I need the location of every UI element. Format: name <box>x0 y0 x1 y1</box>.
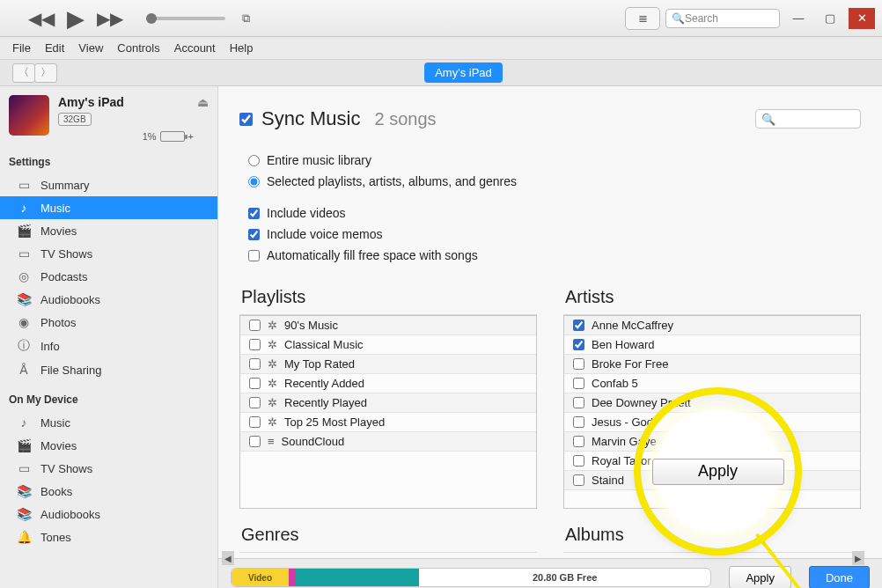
ondevice-item-movies[interactable]: 🎬Movies <box>0 434 217 457</box>
storage-bar: Video 20.80 GB Free <box>231 568 711 587</box>
miniplayer-icon[interactable]: ⧉ <box>232 6 259 31</box>
artist-checkbox[interactable] <box>573 474 584 486</box>
gear-icon: ✲ <box>268 415 277 429</box>
opt-entire-library[interactable]: Entire music library <box>248 150 852 171</box>
playlist-checkbox[interactable] <box>249 358 261 370</box>
menu-help[interactable]: Help <box>230 41 254 55</box>
playlist-row[interactable]: ✲Top 25 Most Played <box>240 413 536 432</box>
playlist-checkbox[interactable] <box>249 397 261 408</box>
playlist-checkbox[interactable] <box>249 320 261 331</box>
sidebar-item-music[interactable]: ♪Music <box>0 196 217 219</box>
sidebar-item-label: TV Shows <box>40 247 92 261</box>
sidebar-item-summary[interactable]: ▭Summary <box>0 173 217 196</box>
sidebar-item-label: Movies <box>40 224 77 238</box>
playlist-checkbox[interactable] <box>249 378 261 389</box>
playlist-checkbox[interactable] <box>249 436 261 447</box>
sidebar-item-label: Music <box>40 202 70 215</box>
eject-icon[interactable]: ⏏ <box>197 95 209 109</box>
scroll-left-icon[interactable]: ◀ <box>222 551 234 565</box>
list-view-button[interactable]: ≣ <box>625 7 660 30</box>
sidebar-item-movies[interactable]: 🎬Movies <box>0 219 217 242</box>
artist-checkbox[interactable] <box>573 339 584 350</box>
prev-icon[interactable]: ◀◀ <box>28 10 55 27</box>
sidebar-item-podcasts[interactable]: ◎Podcasts <box>0 265 217 288</box>
callout-circle: Apply <box>641 394 795 548</box>
scroll-right-icon[interactable]: ▶ <box>852 551 864 565</box>
done-button[interactable]: Done <box>809 566 870 588</box>
menu-file[interactable]: File <box>12 41 31 55</box>
artists-header: Artists <box>563 282 861 315</box>
sidebar-item-photos[interactable]: ◉Photos <box>0 311 217 334</box>
ondevice-item-audiobooks[interactable]: 📚Audiobooks <box>0 503 217 526</box>
ondevice-item-books[interactable]: 📚Books <box>0 480 217 503</box>
artist-checkbox[interactable] <box>573 416 584 428</box>
footer-bar: Video 20.80 GB Free Apply Done <box>218 558 882 588</box>
sidebar-item-label: Movies <box>40 439 77 452</box>
opt-selected[interactable]: Selected playlists, artists, albums, and… <box>248 171 852 192</box>
gear-icon: ✲ <box>268 319 277 332</box>
sync-music-checkbox[interactable] <box>239 113 253 126</box>
playlist-label: Top 25 Most Played <box>284 415 385 429</box>
sidebar-item-label: File Sharing <box>40 364 101 377</box>
sidebar-icon: ⓘ <box>16 338 32 354</box>
playlists-list[interactable]: ✲90's Music✲Classical Music✲My Top Rated… <box>239 315 537 509</box>
playlist-row[interactable]: ✲Classical Music <box>240 335 536 355</box>
autofill-checkbox[interactable]: Automatically fill free space with songs <box>248 245 852 266</box>
include-memos-checkbox[interactable]: Include voice memos <box>248 224 852 245</box>
artist-row[interactable]: Confab 5 <box>564 374 860 393</box>
battery-percent: 1% <box>143 131 157 142</box>
artist-label: Staind <box>592 474 624 487</box>
sidebar-icon: 📚 <box>16 292 32 306</box>
artist-checkbox[interactable] <box>573 455 584 467</box>
playlist-checkbox[interactable] <box>249 339 261 350</box>
ondevice-item-tones[interactable]: 🔔Tones <box>0 526 217 548</box>
playlist-label: SoundCloud <box>282 435 345 448</box>
player-bar: ◀◀ ▶ ▶▶ ⧉ ≣ 🔍 Search — ▢ ✕ <box>0 0 882 37</box>
device-pill[interactable]: Amy's iPad <box>424 62 503 83</box>
ondevice-item-tv-shows[interactable]: ▭TV Shows <box>0 457 217 480</box>
artist-checkbox[interactable] <box>573 397 584 408</box>
sidebar-icon: ◎ <box>16 269 32 283</box>
settings-header: Settings <box>0 152 217 173</box>
maximize-button[interactable]: ▢ <box>817 8 843 29</box>
artist-checkbox[interactable] <box>573 378 584 389</box>
device-header: Amy's iPad 32GB 1% + ⏏ <box>0 86 217 152</box>
storage-apps-segment <box>296 569 419 586</box>
sidebar-icon: ♪ <box>16 201 32 215</box>
playlist-row[interactable]: ≡SoundCloud <box>240 432 536 452</box>
artist-row[interactable]: Anne McCaffrey <box>564 316 860 335</box>
back-button[interactable]: 〈 <box>12 63 35 83</box>
close-button[interactable]: ✕ <box>849 8 875 29</box>
menu-controls[interactable]: Controls <box>117 41 159 55</box>
location-bar: 〈 〉 Amy's iPad <box>0 60 882 86</box>
play-icon[interactable]: ▶ <box>67 7 85 30</box>
search-input[interactable]: 🔍 Search <box>665 9 780 28</box>
artist-row[interactable]: Broke For Free <box>564 355 860 374</box>
sidebar-item-audiobooks[interactable]: 📚Audiobooks <box>0 288 217 311</box>
artist-checkbox[interactable] <box>573 436 584 447</box>
playlist-row[interactable]: ✲Recently Added <box>240 374 536 393</box>
include-videos-checkbox[interactable]: Include videos <box>248 202 852 224</box>
playlist-row[interactable]: ✲Recently Played <box>240 393 536 413</box>
sidebar-item-info[interactable]: ⓘInfo <box>0 334 217 358</box>
sidebar-item-tv-shows[interactable]: ▭TV Shows <box>0 242 217 265</box>
minimize-button[interactable]: — <box>785 8 812 29</box>
menu-edit[interactable]: Edit <box>45 41 64 55</box>
menu-view[interactable]: View <box>78 41 103 55</box>
sidebar-item-file-sharing[interactable]: ÅFile Sharing <box>0 358 217 381</box>
artist-checkbox[interactable] <box>573 320 584 331</box>
content-pane: Sync Music 2 songs 🔍 Entire music librar… <box>218 86 882 588</box>
ondevice-item-music[interactable]: ♪Music <box>0 411 217 434</box>
forward-button[interactable]: 〉 <box>34 63 57 83</box>
playlist-checkbox[interactable] <box>249 416 261 428</box>
volume-slider[interactable] <box>146 17 225 20</box>
content-search-input[interactable]: 🔍 <box>755 109 861 129</box>
next-icon[interactable]: ▶▶ <box>97 10 123 27</box>
menu-account[interactable]: Account <box>174 41 216 55</box>
playlist-row[interactable]: ✲90's Music <box>240 316 536 335</box>
sidebar-item-label: Audiobooks <box>40 508 100 521</box>
artist-checkbox[interactable] <box>573 358 584 370</box>
artist-row[interactable]: Ben Howard <box>564 335 860 355</box>
device-name: Amy's iPad <box>58 95 197 109</box>
playlist-row[interactable]: ✲My Top Rated <box>240 355 536 374</box>
